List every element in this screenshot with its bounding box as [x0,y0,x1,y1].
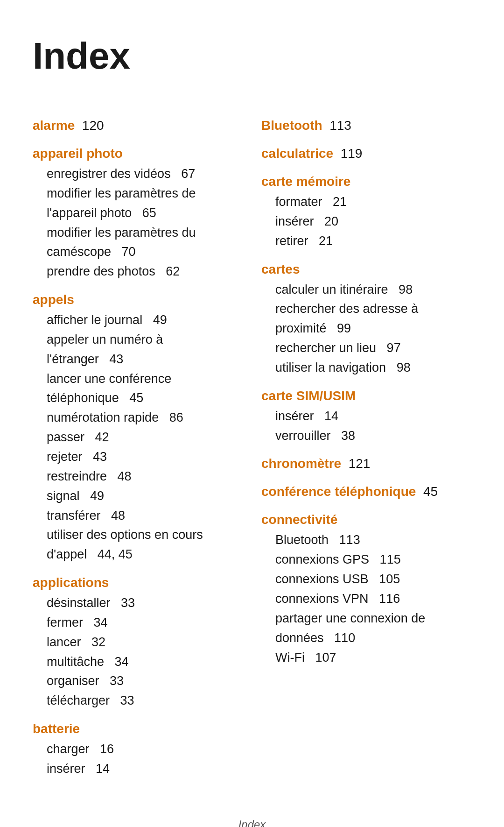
page-title: Index [33,28,471,84]
index-columns: alarme 120appareil photoenregistrer des … [33,107,471,779]
index-sub-entry: rejeter 43 [33,447,243,467]
index-sub-entry: calculer un itinéraire 98 [261,280,471,300]
index-sub-entry: Wi-Fi 107 [261,648,471,668]
index-sub-entry: télécharger 33 [33,691,243,711]
index-category: appels [33,290,243,310]
index-sub-entry: numérotation rapide 86 [33,408,243,428]
index-entry: conférence téléphonique 45 [261,482,471,502]
index-sub-entry: utiliser des options en cours d'appel 44… [33,525,243,565]
index-sub-entry: transférer 48 [33,506,243,526]
index-entry: chronomètre 121 [261,454,471,474]
index-sub-entry: partager une connexion de données 110 [261,609,471,648]
index-sub-entry: retirer 21 [261,232,471,251]
index-sub-entry: verrouiller 38 [261,426,471,446]
index-category: carte SIM/USIM [261,386,471,406]
index-sub-entry: insérer 14 [261,407,471,426]
index-sub-entry: prendre des photos 62 [33,262,243,282]
index-sub-entry: modifier les paramètres de l'appareil ph… [33,184,243,223]
left-column: alarme 120appareil photoenregistrer des … [33,107,243,779]
index-sub-entry: connexions USB 105 [261,570,471,589]
index-entry: alarme 120 [33,116,243,135]
index-category: connectivité [261,510,471,530]
page-footer: Index 151 [33,816,471,827]
index-sub-entry: passer 42 [33,428,243,447]
index-sub-entry: utiliser la navigation 98 [261,358,471,378]
index-sub-entry: modifier les paramètres du caméscope 70 [33,223,243,262]
index-category: batterie [33,719,243,739]
index-sub-entry: enregistrer des vidéos 67 [33,164,243,184]
index-sub-entry: lancer 32 [33,633,243,652]
index-sub-entry: rechercher un lieu 97 [261,339,471,358]
index-category: carte mémoire [261,172,471,191]
index-sub-entry: afficher le journal 49 [33,311,243,330]
index-sub-entry: appeler un numéro à l'étranger 43 [33,330,243,369]
index-sub-entry: insérer 20 [261,212,471,232]
index-entry: Bluetooth 113 [261,116,471,135]
index-entry: calculatrice 119 [261,144,471,163]
index-sub-entry: connexions GPS 115 [261,550,471,570]
index-sub-entry: rechercher des adresse à proximité 99 [261,299,471,339]
index-sub-entry: Bluetooth 113 [261,530,471,550]
index-sub-entry: organiser 33 [33,671,243,691]
index-sub-entry: fermer 34 [33,613,243,633]
index-sub-entry: multitâche 34 [33,652,243,672]
footer-label: Index [33,816,471,827]
index-category: applications [33,573,243,593]
index-sub-entry: insérer 14 [33,759,243,779]
index-sub-entry: restreindre 48 [33,467,243,487]
index-sub-entry: connexions VPN 116 [261,589,471,609]
index-sub-entry: formater 21 [261,192,471,212]
right-column: Bluetooth 113calculatrice 119carte mémoi… [261,107,471,779]
index-sub-entry: désinstaller 33 [33,594,243,613]
index-category: appareil photo [33,144,243,163]
index-sub-entry: charger 16 [33,740,243,759]
index-sub-entry: lancer une conférence téléphonique 45 [33,369,243,409]
index-sub-entry: signal 49 [33,487,243,506]
index-category: cartes [261,260,471,279]
